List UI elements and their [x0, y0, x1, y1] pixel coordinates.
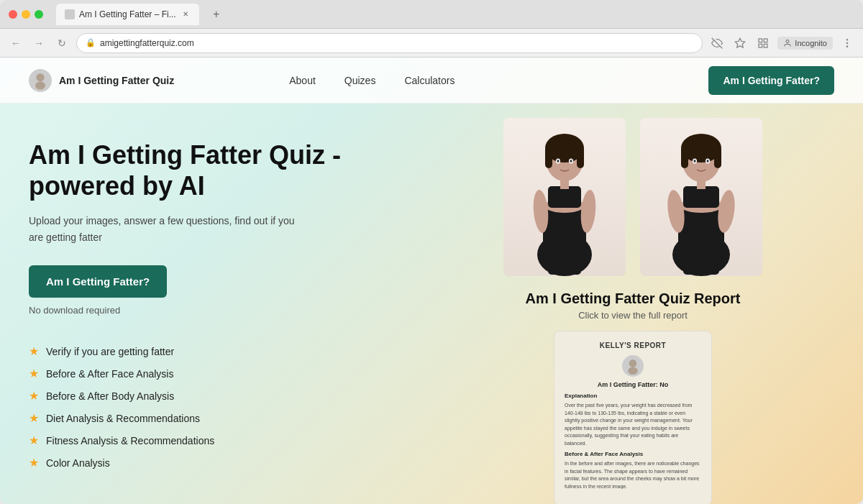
refresh-button[interactable]: ↻ — [53, 35, 70, 52]
report-explanation-title: Explanation — [565, 393, 701, 399]
nav-cta: Am I Getting Fatter? — [708, 66, 834, 95]
nav-link-calculators[interactable]: Calculators — [404, 75, 455, 86]
svg-rect-34 — [683, 186, 719, 208]
report-section1-text: In the before and after images, there ar… — [565, 460, 701, 489]
forward-button[interactable]: → — [30, 35, 47, 52]
svg-rect-16 — [548, 186, 581, 208]
maximize-window-button[interactable] — [35, 10, 43, 19]
minimize-window-button[interactable] — [22, 10, 30, 19]
close-window-button[interactable] — [9, 10, 17, 19]
svg-point-10 — [36, 73, 44, 81]
report-verdict: Am I Getting Fatter: No — [565, 381, 701, 388]
extensions-icon[interactable] — [754, 35, 772, 52]
no-download-text: No download required — [29, 305, 432, 316]
svg-point-44 — [694, 160, 696, 162]
hero-subtitle: Upload your images, answer a few questio… — [29, 213, 302, 245]
star-icon[interactable] — [731, 35, 749, 52]
svg-point-45 — [707, 160, 709, 162]
svg-rect-47 — [704, 255, 719, 275]
svg-point-6 — [786, 40, 789, 42]
svg-rect-28 — [548, 255, 562, 275]
eye-off-icon[interactable] — [708, 35, 726, 52]
svg-rect-40 — [681, 147, 688, 168]
svg-rect-5 — [759, 44, 762, 47]
feature-item-3: ★ Before & After Body Analysis — [29, 389, 432, 403]
tab-favicon — [65, 9, 75, 19]
website-content: Am I Getting Fatter Quiz About Quizes Ca… — [0, 58, 863, 504]
browser-tab[interactable]: Am I Getting Fatter – Fi... ✕ — [56, 4, 199, 25]
star-icon-2: ★ — [29, 367, 39, 380]
svg-rect-29 — [567, 255, 581, 275]
feature-item-1: ★ Verify if you are getting fatter — [29, 344, 432, 358]
nav-links: About Quizes Calculators — [289, 75, 455, 86]
nav-link-about[interactable]: About — [289, 75, 316, 86]
site-main: Am I Getting Fatter Quiz - powered by AI… — [0, 104, 863, 504]
report-title: Am I Getting Fatter Quiz Report — [526, 290, 741, 307]
feature-text-5: Fitness Analysis & Recommendations — [46, 435, 214, 446]
report-preview-card[interactable]: KELLY'S REPORT Am I Getting Fatter: No E… — [554, 331, 712, 504]
star-icon-1: ★ — [29, 344, 39, 358]
feature-item-4: ★ Diet Analysis & Recommendations — [29, 411, 432, 425]
browser-toolbar: ← → ↻ 🔒 amigettingfatterquiz.com — [0, 29, 863, 58]
browser-titlebar: Am I Getting Fatter – Fi... ✕ + — [0, 0, 863, 29]
report-header: KELLY'S REPORT — [565, 342, 701, 349]
report-avatar — [622, 355, 644, 377]
svg-point-49 — [628, 367, 637, 375]
before-after-images — [503, 118, 762, 276]
svg-point-11 — [35, 81, 45, 89]
tab-close-button[interactable]: ✕ — [181, 9, 191, 19]
site-logo: Am I Getting Fatter Quiz — [29, 69, 174, 92]
incognito-label: Incognito — [795, 39, 827, 47]
star-icon-6: ★ — [29, 456, 39, 469]
report-explanation-text: Over the past five years, your weight ha… — [565, 402, 701, 445]
star-icon-4: ★ — [29, 411, 39, 425]
feature-item-2: ★ Before & After Face Analysis — [29, 367, 432, 380]
before-image — [503, 118, 626, 276]
star-icon-3: ★ — [29, 389, 39, 403]
after-image — [640, 118, 762, 276]
svg-marker-1 — [736, 38, 745, 47]
svg-rect-22 — [545, 147, 552, 168]
svg-rect-20 — [560, 179, 569, 189]
svg-point-9 — [846, 46, 847, 47]
hero-title: Am I Getting Fatter Quiz - powered by AI — [29, 139, 432, 201]
site-navigation: Am I Getting Fatter Quiz About Quizes Ca… — [0, 58, 863, 104]
svg-rect-2 — [759, 39, 762, 42]
svg-point-27 — [570, 160, 572, 162]
right-column: Am I Getting Fatter Quiz Report Click to… — [432, 104, 834, 504]
svg-point-7 — [846, 39, 847, 40]
feature-text-6: Color Analysis — [46, 457, 110, 469]
svg-point-8 — [846, 42, 847, 43]
incognito-button[interactable]: Incognito — [777, 37, 833, 50]
nav-link-quizes[interactable]: Quizes — [344, 75, 376, 86]
feature-text-3: Before & After Body Analysis — [46, 390, 174, 402]
browser-window: Am I Getting Fatter – Fi... ✕ + ← → ↻ 🔒 … — [0, 0, 863, 504]
svg-rect-38 — [697, 179, 706, 189]
svg-rect-3 — [764, 39, 768, 42]
feature-text-2: Before & After Face Analysis — [46, 368, 173, 380]
new-tab-button[interactable]: + — [208, 6, 225, 23]
svg-rect-46 — [683, 255, 698, 275]
nav-cta-button[interactable]: Am I Getting Fatter? — [708, 66, 834, 95]
back-button[interactable]: ← — [7, 35, 24, 52]
star-icon-5: ★ — [29, 434, 39, 447]
hero-cta-button[interactable]: Am I Getting Fatter? — [29, 265, 167, 298]
feature-text-4: Diet Analysis & Recommendations — [46, 413, 200, 424]
feature-item-6: ★ Color Analysis — [29, 456, 432, 469]
tab-title: Am I Getting Fatter – Fi... — [79, 9, 176, 19]
feature-item-5: ★ Fitness Analysis & Recommendations — [29, 434, 432, 447]
logo-text: Am I Getting Fatter Quiz — [59, 75, 174, 86]
svg-point-26 — [557, 160, 560, 162]
svg-rect-4 — [764, 44, 768, 47]
svg-rect-41 — [714, 147, 721, 168]
feature-text-1: Verify if you are getting fatter — [46, 346, 174, 357]
address-bar[interactable]: 🔒 amigettingfatterquiz.com — [76, 33, 703, 53]
svg-rect-23 — [577, 147, 584, 168]
url-display: amigettingfatterquiz.com — [100, 38, 194, 48]
svg-point-48 — [629, 359, 637, 367]
logo-avatar — [29, 69, 52, 92]
features-list: ★ Verify if you are getting fatter ★ Bef… — [29, 344, 432, 469]
menu-icon[interactable] — [839, 35, 856, 52]
toolbar-right: Incognito — [708, 35, 856, 52]
report-subtitle: Click to view the full report — [578, 310, 688, 321]
